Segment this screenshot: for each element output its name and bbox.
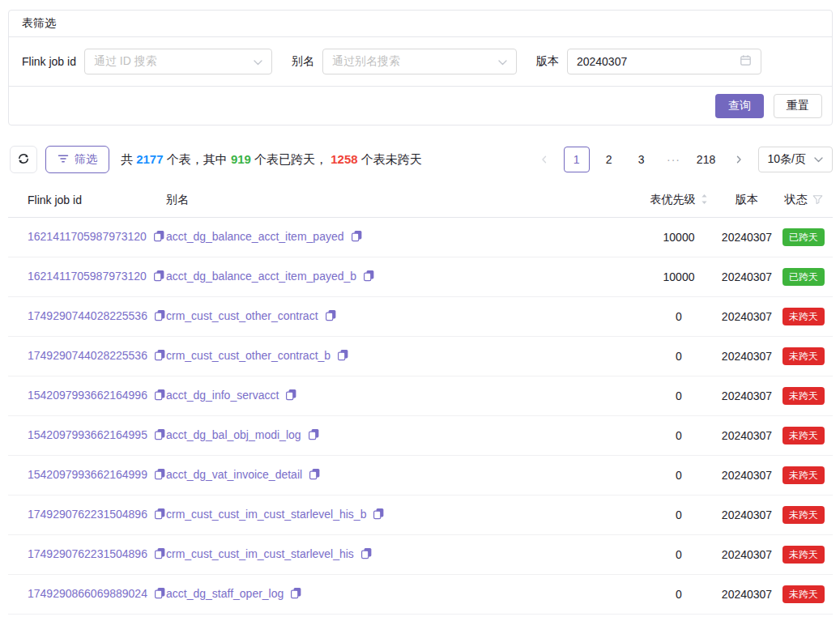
copy-icon[interactable] xyxy=(154,309,166,324)
alias-link[interactable]: acct_dg_info_servacct xyxy=(166,389,279,402)
reset-button[interactable]: 重置 xyxy=(774,94,822,118)
pagination-next-icon[interactable] xyxy=(726,147,752,172)
priority-cell: 0 xyxy=(638,575,719,615)
pagination-page-2[interactable]: 2 xyxy=(596,147,622,172)
copy-icon[interactable] xyxy=(309,468,321,483)
tables-list: Flink job id 别名 表优先级 版本 状态 1621411705987… xyxy=(8,186,833,615)
alias-link[interactable]: crm_cust_cust_im_cust_starlevel_his xyxy=(166,547,354,560)
pagination-page-218[interactable]: 218 xyxy=(693,147,719,172)
filter-fields-row: Flink job id 通过 ID 搜索 别名 通过别名搜索 版本 20240… xyxy=(9,37,832,87)
job-id-link[interactable]: 1542097993662164996 xyxy=(28,389,147,402)
job-id-link[interactable]: 1621411705987973120 xyxy=(28,230,147,243)
priority-header-label: 表优先级 xyxy=(650,193,696,206)
alias-link[interactable]: crm_cust_cust_other_contract_b xyxy=(166,349,330,362)
alias-placeholder: 通过别名搜索 xyxy=(332,54,400,69)
copy-icon[interactable] xyxy=(154,547,166,562)
page-size-label: 10条/页 xyxy=(768,152,806,167)
query-button[interactable]: 查询 xyxy=(715,94,764,118)
filter-panel-title: 表筛选 xyxy=(9,11,832,37)
status-badge: 已跨天 xyxy=(782,268,825,286)
priority-cell: 0 xyxy=(638,456,719,496)
pagination-top: 123···21810条/页 xyxy=(531,147,833,172)
alias-select[interactable]: 通过别名搜索 xyxy=(322,49,517,74)
job-id-link[interactable]: 1621411705987973120 xyxy=(28,270,147,283)
priority-cell: 0 xyxy=(638,496,719,535)
job-id-link[interactable]: 1542097993662164999 xyxy=(28,468,147,481)
column-header-priority: 表优先级 xyxy=(638,186,719,218)
copy-icon[interactable] xyxy=(153,230,165,245)
copy-icon[interactable] xyxy=(290,587,302,602)
priority-cell: 0 xyxy=(638,376,719,416)
table-row: 1749290744028225536 crm_cust_cust_other_… xyxy=(8,337,833,376)
job-id-link[interactable]: 1749290744028225536 xyxy=(28,349,147,362)
table-row: 1749290762231504896 crm_cust_cust_im_cus… xyxy=(8,496,833,535)
table-row: 1542097993662164996 acct_dg_info_servacc… xyxy=(8,376,833,416)
copy-icon[interactable] xyxy=(153,270,165,284)
column-header-version: 版本 xyxy=(719,186,774,218)
alias-link[interactable]: acct_dg_vat_invoice_detail xyxy=(166,468,302,481)
version-cell: 20240307 xyxy=(719,257,774,297)
pagination-ellipsis[interactable]: ··· xyxy=(661,147,687,172)
version-field-group: 版本 20240307 xyxy=(536,49,761,74)
priority-cell: 10000 xyxy=(638,257,719,297)
table-row: 1749290744028225536 crm_cust_cust_other_… xyxy=(8,297,833,337)
job-id-select[interactable]: 通过 ID 搜索 xyxy=(84,49,272,74)
copy-icon[interactable] xyxy=(154,508,166,522)
refresh-icon xyxy=(17,152,30,168)
status-badge: 未跨天 xyxy=(782,387,825,405)
copy-icon[interactable] xyxy=(351,230,363,245)
sort-icon[interactable] xyxy=(701,194,708,207)
alias-link[interactable]: acct_dg_staff_oper_log xyxy=(166,587,284,600)
pagination-prev-icon[interactable] xyxy=(531,147,557,172)
job-id-link[interactable]: 1749290762231504896 xyxy=(28,547,147,560)
alias-link[interactable]: acct_dg_bal_obj_modi_log xyxy=(166,428,301,441)
job-id-placeholder: 通过 ID 搜索 xyxy=(94,54,157,69)
status-badge: 未跨天 xyxy=(782,347,825,365)
filter-panel: 表筛选 Flink job id 通过 ID 搜索 别名 通过别名搜索 版本 xyxy=(8,10,833,125)
version-cell: 20240307 xyxy=(719,218,774,257)
job-id-link[interactable]: 1749290744028225536 xyxy=(28,309,147,322)
copy-icon[interactable] xyxy=(154,389,166,403)
refresh-button[interactable] xyxy=(10,146,37,173)
table-row: 1749290762231504896 crm_cust_cust_im_cus… xyxy=(8,535,833,575)
alias-link[interactable]: crm_cust_cust_im_cust_starlevel_his_b xyxy=(166,508,366,521)
status-badge: 未跨天 xyxy=(782,308,825,325)
alias-link[interactable]: acct_dg_balance_acct_item_payed_b xyxy=(166,270,356,283)
copy-icon[interactable] xyxy=(308,428,320,443)
copy-icon[interactable] xyxy=(337,349,349,364)
alias-link[interactable]: acct_dg_balance_acct_item_payed xyxy=(166,230,344,243)
priority-cell: 0 xyxy=(638,416,719,456)
page-size-select[interactable]: 10条/页 xyxy=(758,147,833,172)
job-id-link[interactable]: 1749290866069889024 xyxy=(28,587,147,600)
copy-icon[interactable] xyxy=(360,547,373,562)
copy-icon[interactable] xyxy=(154,468,166,483)
pagination-page-3[interactable]: 3 xyxy=(629,147,655,172)
job-id-link[interactable]: 1542097993662164995 xyxy=(28,428,147,441)
summary-text: 共 xyxy=(121,152,136,166)
copy-icon[interactable] xyxy=(325,309,337,324)
priority-cell: 0 xyxy=(638,297,719,337)
alias-link[interactable]: crm_cust_cust_other_contract xyxy=(166,309,318,322)
copy-icon[interactable] xyxy=(363,270,375,284)
status-badge: 已跨天 xyxy=(782,228,825,246)
job-id-link[interactable]: 1749290762231504896 xyxy=(28,508,147,521)
table-toolbar: 筛选 共 2177 个表，其中 919 个表已跨天， 1258 个表未跨天 12… xyxy=(10,146,833,173)
copy-icon[interactable] xyxy=(285,389,297,403)
version-cell: 20240307 xyxy=(719,416,774,456)
chevron-down-icon xyxy=(498,55,507,68)
filter-button-label: 筛选 xyxy=(75,152,97,167)
table-row: 1749290866069889024 acct_dg_staff_oper_l… xyxy=(8,575,833,615)
copy-icon[interactable] xyxy=(154,428,166,443)
copy-icon[interactable] xyxy=(373,508,385,522)
alias-field-group: 别名 通过别名搜索 xyxy=(292,49,517,74)
table-body: 1621411705987973120 acct_dg_balance_acct… xyxy=(8,218,833,615)
pagination-page-1[interactable]: 1 xyxy=(564,147,590,172)
filter-funnel-icon[interactable] xyxy=(812,194,823,207)
copy-icon[interactable] xyxy=(154,349,166,364)
filter-button[interactable]: 筛选 xyxy=(45,146,109,173)
table-row: 1621411705987973120 acct_dg_balance_acct… xyxy=(8,218,833,257)
column-header-alias: 别名 xyxy=(166,186,638,218)
version-cell: 20240307 xyxy=(719,376,774,416)
copy-icon[interactable] xyxy=(154,587,166,602)
version-date-input[interactable]: 20240307 xyxy=(567,49,761,74)
